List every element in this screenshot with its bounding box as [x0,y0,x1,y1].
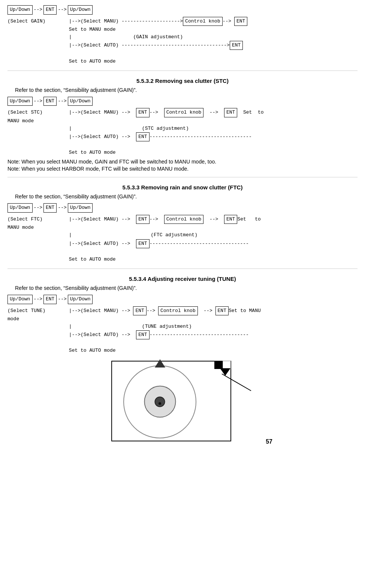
diagram-box [111,361,231,441]
marker-squares [214,361,231,369]
control-knob-gain: Control knob [183,17,223,26]
tune-code: (Select TUNE) |-->(Select MANU) --> ENT-… [7,306,358,355]
ftc-refer: Refer to the section, “Sensibility adjus… [15,194,358,200]
arrow-stc1: --> [34,98,42,105]
updown-box-tune: Up/Down [7,295,33,304]
arrow-stc2: --> [58,98,66,105]
ent-manu-tune: ENT [133,306,146,315]
stc-heading: 5.5.3.2 Removing sea clutter (STC) [7,78,358,84]
ent-auto-ftc: ENT [136,239,149,248]
stc-note1: Note: When you select MANU mode, GAIN an… [7,159,358,165]
ent-manu-ftc: ENT [136,215,149,224]
updown-box-gain: Up/Down [7,5,33,15]
ftc-code: (Select FTC) |-->(Select MANU) --> ENT--… [7,215,358,263]
tune-section: Up/Down --> ENT --> Up/Down (Select TUNE… [7,295,358,355]
ent-box-tune: ENT [43,295,57,304]
black-square [214,361,223,369]
stc-note2: Note: When you select HARBOR mode, FTC w… [7,166,358,172]
arrow1: --> [34,6,42,14]
tune-flow-line1: Up/Down --> ENT --> Up/Down [7,295,358,304]
ent-manu-stc: ENT [136,108,149,117]
ent-end-gain: ENT [234,17,247,26]
white-square [223,361,231,369]
updown-box2-gain: Up/Down [68,5,93,15]
ent-auto-stc: ENT [136,132,149,141]
arrow-ftc1: --> [34,204,42,212]
tune-heading: 5.5.3.4 Adjusting receiver tuning (TUNE) [7,276,358,282]
updown-box-stc: Up/Down [7,97,33,106]
stc-flow-line1: Up/Down --> ENT --> Up/Down [7,97,358,106]
knob-dot [159,402,161,405]
gain-section: Up/Down --> ENT --> Up/Down (Select GAIN… [7,5,358,65]
stc-section: Up/Down --> ENT --> Up/Down (Select STC)… [7,97,358,157]
ent-box-stc: ENT [43,97,57,106]
down-arrow [220,368,230,376]
updown-box2-stc: Up/Down [68,97,93,106]
diagram-wrapper: 57 [89,361,276,447]
updown-box2-ftc: Up/Down [68,203,93,213]
arrow-tune1: --> [34,296,42,303]
ftc-section: Up/Down --> ENT --> Up/Down (Select FTC)… [7,203,358,263]
radar-inner-circle [144,386,176,418]
updown-box2-tune: Up/Down [68,295,93,304]
diagram-container: 57 [7,361,358,447]
ent-knob-tune: ENT [215,306,229,315]
radar-outer-circle [123,365,196,438]
ent-knob-ftc: ENT [224,215,237,224]
ent-knob-stc: ENT [224,108,237,117]
arrow2: --> [58,6,66,14]
gain-code: (Select GAIN) |-->(Select MANU) --------… [7,17,358,65]
tune-refer: Refer to the section, “Sensibility adjus… [15,285,358,291]
ftc-heading: 5.5.3.3 Removing rain and snow clutter (… [7,184,358,190]
control-knob-ftc: Control knob [164,215,204,224]
ent-auto-tune: ENT [136,330,149,339]
stc-refer: Refer to the section, “Sensibility adjus… [15,87,358,93]
stc-code: (Select STC) |-->(Select MANU) --> ENT--… [7,108,358,156]
center-knob [155,396,165,407]
page-number: 57 [266,438,272,445]
ent-box-gain: ENT [43,5,57,15]
ftc-flow-line1: Up/Down --> ENT --> Up/Down [7,203,358,213]
gain-flow-line1: Up/Down --> ENT --> Up/Down [7,5,358,15]
control-knob-tune: Control knob [158,306,198,315]
ent-box-ftc: ENT [43,203,57,213]
updown-box-ftc: Up/Down [7,203,33,213]
arrow-tune2: --> [58,296,66,303]
control-knob-stc: Control knob [164,108,204,117]
antenna-knob [155,359,165,368]
arrow-ftc2: --> [58,204,66,212]
ent-auto-gain: ENT [230,41,243,50]
